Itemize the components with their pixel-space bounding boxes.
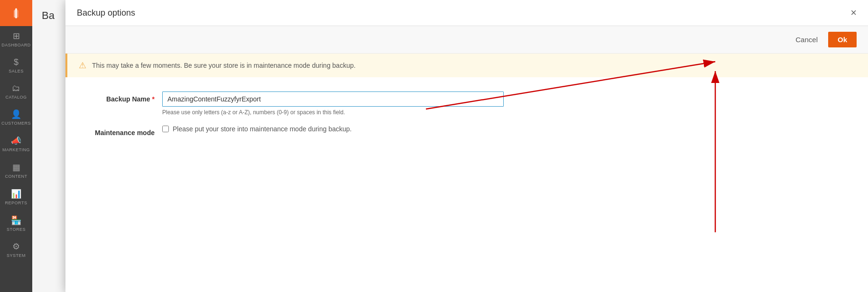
main-content: Ba Backup options × Cancel Ok ⚠ This may… — [32, 0, 868, 292]
sidebar-label-dashboard: DASHBOARD — [1, 43, 31, 48]
sales-icon: $ — [14, 57, 18, 67]
sidebar-label-system: SYSTEM — [7, 253, 26, 258]
reports-icon: 📊 — [11, 189, 21, 199]
maintenance-mode-row: Maintenance mode Please put your store i… — [77, 125, 857, 137]
sidebar-item-reports[interactable]: 📊 REPORTS — [0, 184, 32, 210]
sidebar-label-stores: STORES — [7, 227, 26, 232]
sidebar: ⊞ DASHBOARD $ SALES 🗂 CATALOG 👤 CUSTOMER… — [0, 0, 32, 292]
sidebar-label-customers: CUSTOMERS — [1, 121, 31, 126]
svg-rect-3 — [15, 8, 17, 18]
sidebar-item-dashboard[interactable]: ⊞ DASHBOARD — [0, 26, 32, 53]
form-area: Backup Name* Please use only letters (a-… — [65, 77, 868, 160]
system-icon: ⚙ — [12, 241, 20, 252]
modal-toolbar: Cancel Ok — [65, 26, 868, 54]
sidebar-label-marketing: MARKETING — [2, 147, 30, 153]
modal-close-button[interactable]: × — [850, 8, 857, 18]
catalog-icon: 🗂 — [12, 83, 20, 93]
sidebar-item-stores[interactable]: 🏪 STORES — [0, 210, 32, 237]
sidebar-label-content: CONTENT — [5, 174, 28, 179]
warning-banner: ⚠ This may take a few moments. Be sure y… — [65, 54, 868, 77]
magento-logo[interactable] — [0, 0, 32, 26]
maintenance-mode-checkbox-label: Please put your store into maintenance m… — [173, 125, 351, 133]
sidebar-item-sales[interactable]: $ SALES — [0, 53, 32, 79]
stores-icon: 🏪 — [11, 215, 21, 226]
maintenance-mode-checkbox[interactable] — [162, 126, 169, 132]
maintenance-mode-label: Maintenance mode — [77, 125, 162, 137]
sidebar-label-sales: SALES — [9, 69, 24, 74]
sidebar-item-content[interactable]: ▦ CONTENT — [0, 157, 32, 184]
warning-text: This may take a few moments. Be sure you… — [92, 62, 356, 69]
ok-button[interactable]: Ok — [828, 32, 857, 47]
customers-icon: 👤 — [11, 109, 21, 119]
warning-icon: ⚠ — [79, 60, 86, 71]
modal-title: Backup options — [77, 8, 135, 18]
sidebar-item-catalog[interactable]: 🗂 CATALOG — [0, 79, 32, 105]
backup-name-label: Backup Name* — [77, 91, 162, 103]
maintenance-mode-checkbox-row: Please put your store into maintenance m… — [162, 125, 857, 133]
modal-dialog: Backup options × Cancel Ok ⚠ This may ta… — [65, 0, 868, 292]
dashboard-icon: ⊞ — [13, 31, 20, 41]
cancel-button[interactable]: Cancel — [790, 33, 823, 46]
marketing-icon: 📣 — [11, 136, 21, 146]
sidebar-label-reports: REPORTS — [5, 201, 28, 206]
sidebar-label-catalog: CATALOG — [5, 95, 27, 100]
content-icon: ▦ — [12, 162, 20, 173]
modal-body: ⚠ This may take a few moments. Be sure y… — [65, 54, 868, 292]
sidebar-item-marketing[interactable]: 📣 MARKETING — [0, 131, 32, 157]
sidebar-item-customers[interactable]: 👤 CUSTOMERS — [0, 104, 32, 131]
backup-name-input[interactable] — [162, 91, 504, 107]
required-mark: * — [152, 95, 155, 103]
modal-header: Backup options × — [65, 0, 868, 26]
maintenance-mode-field-group: Please put your store into maintenance m… — [162, 125, 857, 133]
backup-name-row: Backup Name* Please use only letters (a-… — [77, 91, 857, 116]
backup-name-field-group: Please use only letters (a-z or A-Z), nu… — [162, 91, 857, 116]
backup-name-hint: Please use only letters (a-z or A-Z), nu… — [162, 109, 857, 116]
sidebar-item-system[interactable]: ⚙ SYSTEM — [0, 237, 32, 263]
